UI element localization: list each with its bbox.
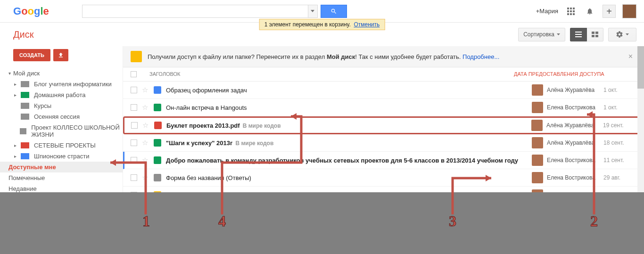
filetype-icon [154, 86, 161, 94]
svg-rect-14 [592, 35, 594, 37]
col-header-shared[interactable]: ДАТА ПРЕДОСТАВЛЕНИЯ ДОСТУПА [514, 71, 636, 77]
notification-toast: 1 элемент перемещен в корзину. Отменить [259, 19, 385, 30]
folder-icon [21, 114, 29, 120]
star-icon[interactable]: ☆ [142, 103, 148, 112]
shared-date: 1 окт. [603, 87, 636, 93]
star-icon[interactable]: ☆ [142, 139, 148, 147]
shared-date: 19 сент. [603, 122, 636, 129]
row-checkbox[interactable] [131, 87, 137, 93]
shared-by-avatar [531, 120, 543, 131]
upload-button[interactable] [53, 49, 68, 61]
svg-rect-15 [595, 35, 598, 37]
banner-more-link[interactable]: Подробнее... [462, 53, 499, 60]
shared-by-avatar [532, 84, 543, 96]
shared-by-name: Алёна Журавлёва [547, 139, 603, 146]
app-title[interactable]: Диск [13, 29, 33, 40]
select-all-checkbox[interactable] [131, 71, 137, 77]
expander-icon[interactable]: ▸ [14, 82, 19, 87]
table-row[interactable]: ☆ "Шаги к успеху" 2013гВ мире кодов Алён… [123, 134, 644, 152]
row-checkbox[interactable] [131, 157, 137, 164]
expander-icon[interactable]: ▸ [14, 92, 19, 98]
apps-icon[interactable] [565, 5, 577, 17]
svg-rect-1 [570, 8, 572, 9]
folder-icon [21, 81, 29, 87]
expander-icon[interactable]: ▸ [14, 154, 19, 159]
search-button[interactable] [321, 5, 347, 18]
caret-down-icon [626, 33, 629, 35]
filetype-icon [154, 156, 161, 164]
grid-icon [592, 32, 598, 37]
shared-by-name: Алёна Журавлёва [546, 122, 603, 129]
table-row[interactable]: ☆ Образец оформления задач Алёна Журавлё… [123, 82, 644, 99]
star-icon[interactable]: ☆ [142, 86, 148, 94]
create-button[interactable]: СОЗДАТЬ [13, 49, 50, 61]
table-row[interactable]: ☆ Он-лайн встреча в Hangouts Елена Востр… [123, 99, 644, 116]
search-icon [330, 8, 337, 15]
star-icon[interactable]: ☆ [142, 121, 149, 130]
file-title: "Шаги к успеху" 2013гВ мире кодов [166, 139, 532, 147]
caret-down-icon [557, 33, 560, 35]
row-checkbox[interactable] [131, 174, 137, 181]
sidebar-item-starred[interactable]: Помеченные [0, 172, 123, 183]
search-bar [82, 5, 347, 18]
sidebar-item-shared[interactable]: Доступные мне [0, 162, 123, 172]
close-icon[interactable]: × [628, 52, 633, 61]
star-icon[interactable]: ☆ [142, 173, 148, 182]
svg-rect-4 [570, 10, 572, 12]
folder-label: Осенняя сессия [34, 113, 80, 120]
col-header-title[interactable]: ЗАГОЛОВОК [144, 71, 514, 77]
svg-rect-10 [575, 34, 582, 35]
sort-button[interactable]: Сортировка [518, 28, 565, 41]
list-icon [575, 32, 582, 37]
folder-label: Курсы [34, 102, 51, 109]
shared-date: 18 сент. [603, 139, 636, 146]
settings-button[interactable] [608, 28, 636, 41]
filetype-icon [154, 139, 161, 147]
filetype-icon [154, 104, 161, 111]
row-checkbox[interactable] [131, 122, 138, 129]
sort-label: Сортировка [523, 31, 554, 38]
app-bar-actions: Сортировка [518, 28, 636, 41]
sidebar-folder[interactable]: Проект КОЛЛЕСО ШКОЛЬНОЙ ЖИЗНИ [0, 122, 123, 140]
table-row[interactable]: ☆ Буклет проекта 2013.pdfВ мире кодов Ал… [123, 116, 644, 134]
google-logo[interactable]: Google [13, 5, 49, 17]
plus-button[interactable]: + [603, 5, 616, 18]
row-checkbox[interactable] [131, 139, 137, 146]
sidebar-folder[interactable]: ▸Домашняя работа [0, 90, 123, 100]
list-view-button[interactable] [570, 28, 587, 41]
table-row[interactable]: ☆ Форма без названия (Ответы) Елена Вост… [123, 169, 644, 187]
sidebar-folder[interactable]: ▸СЕТЕВЫЕ ПРОЕКТЫ [0, 140, 123, 151]
bell-icon[interactable] [584, 5, 596, 17]
upload-icon [58, 52, 64, 58]
user-name-link[interactable]: +Мария [536, 8, 558, 15]
file-title: Образец оформления задач [166, 87, 532, 94]
undo-link[interactable]: Отменить [354, 21, 380, 28]
sidebar-folder[interactable]: ▸Шпионские страсти [0, 151, 123, 162]
scroll-thumb[interactable] [637, 46, 644, 89]
svg-rect-8 [573, 13, 575, 15]
file-title: Он-лайн встреча в Hangouts [166, 104, 532, 111]
sidebar-folder[interactable]: ▸Блог учителя информатики [0, 79, 123, 90]
grid-view-button[interactable] [587, 28, 603, 41]
file-title: Форма без названия (Ответы) [166, 174, 532, 181]
search-input[interactable] [82, 5, 308, 18]
user-avatar[interactable] [622, 4, 636, 18]
folder-label: СЕТЕВЫЕ ПРОЕКТЫ [34, 142, 96, 149]
sidebar-item-my-drive[interactable]: ▾Мой диск [0, 68, 123, 79]
sidebar-folder[interactable]: Курсы [0, 100, 123, 111]
shared-date: 1 окт. [603, 104, 636, 111]
sidebar-folder[interactable]: Осенняя сессия [0, 111, 123, 122]
gear-icon [616, 31, 623, 38]
shared-date: 29 авг. [603, 174, 636, 181]
search-dropdown-toggle[interactable] [308, 5, 318, 18]
file-context: В мире кодов [235, 140, 273, 147]
file-title: Добро пожаловать в команду разработчиков… [166, 157, 532, 164]
svg-rect-9 [575, 32, 582, 33]
folder-icon [21, 153, 29, 159]
table-row[interactable]: ☆ Добро пожаловать в команду разработчик… [123, 152, 644, 169]
header-right: +Мария + [536, 4, 636, 18]
row-checkbox[interactable] [131, 104, 137, 111]
star-icon[interactable]: ☆ [142, 156, 148, 164]
view-toggle [570, 28, 603, 41]
expander-icon[interactable]: ▸ [14, 143, 19, 148]
